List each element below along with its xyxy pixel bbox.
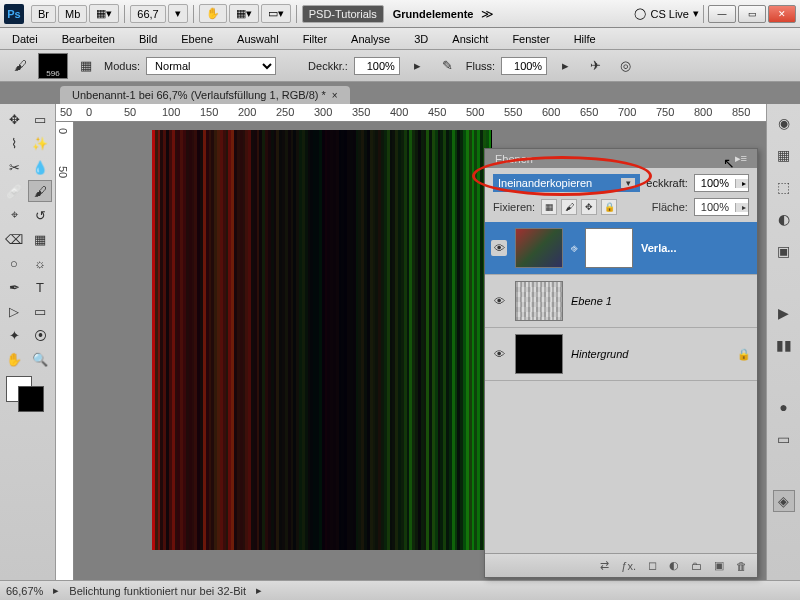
layers-tab[interactable]: Ebenen	[495, 153, 533, 165]
brush-tool-icon[interactable]: 🖌	[8, 55, 32, 77]
link-layers-icon[interactable]: ⇄	[600, 559, 609, 572]
trash-icon[interactable]: 🗑	[736, 560, 747, 572]
layers-panel-icon[interactable]: ◈	[773, 490, 795, 512]
airbrush-icon[interactable]: ✈	[583, 55, 607, 77]
dodge-tool[interactable]: ☼	[28, 252, 52, 274]
menu-filter[interactable]: Filter	[299, 31, 331, 47]
screen-icon[interactable]: ▭▾	[261, 4, 291, 23]
adjustment-icon[interactable]: ◐	[669, 559, 679, 572]
brush-panel-icon[interactable]: ▦	[74, 55, 98, 77]
layer-name[interactable]: Ebene 1	[571, 295, 612, 307]
move-tool[interactable]: ✥	[2, 108, 26, 130]
menu-auswahl[interactable]: Auswahl	[233, 31, 283, 47]
cs-live[interactable]: ◯ CS Live ▾	[634, 7, 699, 20]
eyedropper-tool[interactable]: 💧	[28, 156, 52, 178]
visibility-icon[interactable]: 👁	[491, 293, 507, 309]
menu-ebene[interactable]: Ebene	[177, 31, 217, 47]
brush-preset[interactable]: 596	[38, 53, 68, 79]
minimize-button[interactable]: —	[708, 5, 736, 23]
layout-button[interactable]: ▦▾	[89, 4, 119, 23]
layer-thumb[interactable]	[515, 334, 563, 374]
layer-name[interactable]: Hintergrund	[571, 348, 628, 360]
eraser-tool[interactable]: ⌫	[2, 228, 26, 250]
menu-datei[interactable]: Datei	[8, 31, 42, 47]
panel-menu-icon[interactable]: ▸≡	[735, 152, 747, 165]
zoom-level[interactable]: 66,7	[130, 5, 165, 23]
shape-tool[interactable]: ▭	[28, 300, 52, 322]
menu-3d[interactable]: 3D	[410, 31, 432, 47]
flow-input[interactable]	[501, 57, 547, 75]
marquee-tool[interactable]: ▭	[28, 108, 52, 130]
tab-close-icon[interactable]: ×	[332, 90, 338, 101]
bars-panel-icon[interactable]: ▮▮	[773, 334, 795, 356]
adjust-panel-icon[interactable]: ◐	[773, 208, 795, 230]
play-panel-icon[interactable]: ▶	[773, 302, 795, 324]
clone-panel-icon[interactable]: ▭	[773, 428, 795, 450]
zoom-arrow[interactable]: ▾	[168, 4, 188, 23]
bridge-button[interactable]: Br	[31, 5, 56, 23]
layer-opacity-input[interactable]: 100%▸	[694, 174, 749, 192]
pressure-size-icon[interactable]: ◎	[613, 55, 637, 77]
menu-hilfe[interactable]: Hilfe	[570, 31, 600, 47]
3d-camera-tool[interactable]: ⦿	[28, 324, 52, 346]
swatches-panel-icon[interactable]: ▦	[773, 144, 795, 166]
minibridge-button[interactable]: Mb	[58, 5, 87, 23]
layer-row-hintergrund[interactable]: 👁 Hintergrund 🔒	[485, 328, 757, 381]
fx-icon[interactable]: ƒx.	[621, 560, 636, 572]
status-zoom[interactable]: 66,67%	[6, 585, 43, 597]
menu-bild[interactable]: Bild	[135, 31, 161, 47]
layer-row-ebene1[interactable]: 👁 Ebene 1	[485, 275, 757, 328]
lock-all-icon[interactable]: 🔒	[601, 199, 617, 215]
crop-tool[interactable]: ✂	[2, 156, 26, 178]
fill-input[interactable]: 100%▸	[694, 198, 749, 216]
lasso-tool[interactable]: ⌇	[2, 132, 26, 154]
brush-tool[interactable]: 🖌	[28, 180, 52, 202]
layer-name[interactable]: Verla...	[641, 242, 676, 254]
mask-thumb[interactable]	[585, 228, 633, 268]
new-layer-icon[interactable]: ▣	[714, 559, 724, 572]
masks-panel-icon[interactable]: ▣	[773, 240, 795, 262]
blend-mode-dropdown[interactable]: Ineinanderkopieren▾	[493, 174, 640, 192]
lock-position-icon[interactable]: ✥	[581, 199, 597, 215]
lock-pixels-icon[interactable]: 🖌	[561, 199, 577, 215]
hand-tool[interactable]: ✋	[2, 348, 26, 370]
lock-transparency-icon[interactable]: ▦	[541, 199, 557, 215]
menu-fenster[interactable]: Fenster	[508, 31, 553, 47]
type-tool[interactable]: T	[28, 276, 52, 298]
zoom-tool[interactable]: 🔍	[28, 348, 52, 370]
3d-tool[interactable]: ✦	[2, 324, 26, 346]
chevrons-icon[interactable]: ≫	[481, 7, 494, 21]
menu-ansicht[interactable]: Ansicht	[448, 31, 492, 47]
heal-tool[interactable]: 🩹	[2, 180, 26, 202]
hand-icon[interactable]: ✋	[199, 4, 227, 23]
pen-tool[interactable]: ✒	[2, 276, 26, 298]
stamp-tool[interactable]: ⌖	[2, 204, 26, 226]
visibility-icon[interactable]: 👁	[491, 240, 507, 256]
gradient-tool[interactable]: ▦	[28, 228, 52, 250]
path-tool[interactable]: ▷	[2, 300, 26, 322]
history-brush-tool[interactable]: ↺	[28, 204, 52, 226]
arrange-icon[interactable]: ▦▾	[229, 4, 259, 23]
menu-bearbeiten[interactable]: Bearbeiten	[58, 31, 119, 47]
group-icon[interactable]: 🗀	[691, 560, 702, 572]
blend-mode-select[interactable]: Normal	[146, 57, 276, 75]
wand-tool[interactable]: ✨	[28, 132, 52, 154]
workspace-grundelemente[interactable]: Grundelemente	[385, 8, 482, 20]
layer-thumb[interactable]	[515, 228, 563, 268]
close-button[interactable]: ✕	[768, 5, 796, 23]
layer-row-verlauf[interactable]: 👁 ⎆ Verla...	[485, 222, 757, 275]
color-panel-icon[interactable]: ◉	[773, 112, 795, 134]
brush-panel-icon2[interactable]: ●	[773, 396, 795, 418]
visibility-icon[interactable]: 👁	[491, 346, 507, 362]
flow-flyout-icon[interactable]: ▸	[553, 55, 577, 77]
color-swatches[interactable]	[2, 376, 52, 416]
workspace-psd-tutorials[interactable]: PSD-Tutorials	[302, 5, 384, 23]
mask-icon[interactable]: ◻	[648, 559, 657, 572]
styles-panel-icon[interactable]: ⬚	[773, 176, 795, 198]
opacity-flyout-icon[interactable]: ▸	[406, 55, 430, 77]
opacity-input[interactable]	[354, 57, 400, 75]
blur-tool[interactable]: ○	[2, 252, 26, 274]
pressure-opacity-icon[interactable]: ✎	[436, 55, 460, 77]
menu-analyse[interactable]: Analyse	[347, 31, 394, 47]
document-tab[interactable]: Unbenannt-1 bei 66,7% (Verlaufsfüllung 1…	[60, 86, 350, 104]
